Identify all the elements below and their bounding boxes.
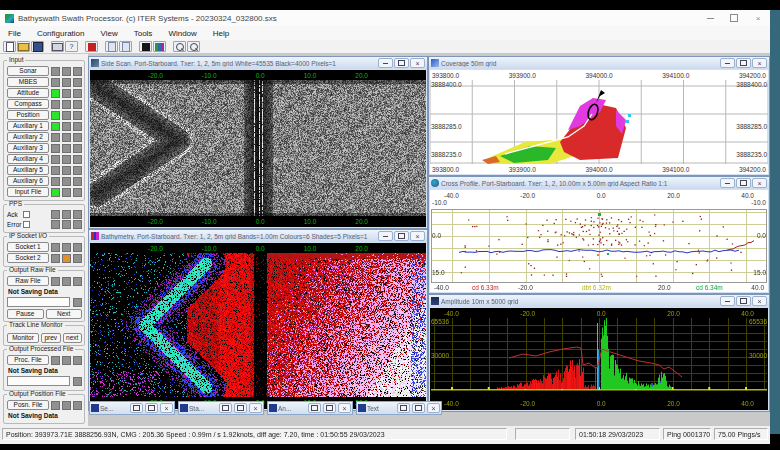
minimized-window-label: Se... bbox=[100, 405, 128, 412]
ack-checkbox[interactable] bbox=[23, 211, 30, 218]
sonar-button[interactable]: Sonar bbox=[7, 66, 49, 76]
minimized-window-analysis[interactable]: An... × bbox=[267, 401, 353, 415]
maximize-button[interactable] bbox=[412, 403, 425, 413]
minimize-button[interactable] bbox=[720, 178, 735, 188]
new-icon[interactable] bbox=[3, 41, 16, 52]
maximize-button[interactable] bbox=[323, 403, 336, 413]
maximize-button[interactable] bbox=[722, 10, 746, 26]
monitor-button[interactable]: Monitor bbox=[7, 333, 39, 343]
cross-profile-titlebar[interactable]: Cross Profile. Port-Starboard. Txer: 1, … bbox=[429, 177, 769, 189]
auxiliary-1-button[interactable]: Auxiliary 1 bbox=[7, 121, 49, 131]
restore-button[interactable] bbox=[308, 403, 321, 413]
led bbox=[73, 122, 82, 131]
maximize-button[interactable] bbox=[736, 58, 751, 68]
open-icon[interactable] bbox=[17, 41, 30, 52]
zoom-in-icon[interactable] bbox=[173, 41, 186, 52]
restore-button[interactable] bbox=[130, 403, 143, 413]
save-icon[interactable] bbox=[31, 41, 44, 52]
close-icon[interactable]: × bbox=[249, 403, 262, 413]
dark-view-icon[interactable] bbox=[139, 41, 152, 52]
help-icon[interactable]: ? bbox=[65, 41, 78, 52]
socket-2-button[interactable]: Socket 2 bbox=[7, 253, 49, 263]
posn-file-button[interactable]: Posn. File bbox=[7, 400, 49, 410]
raw-file-button[interactable]: Raw File bbox=[7, 276, 49, 286]
chart-view-icon[interactable] bbox=[153, 41, 166, 52]
close-icon[interactable]: × bbox=[752, 296, 767, 306]
proc-file-button[interactable]: Proc. File bbox=[7, 355, 49, 365]
minimized-window-text[interactable]: Text × bbox=[356, 401, 442, 415]
maximize-button[interactable] bbox=[394, 231, 409, 241]
amplitude-top-axis: -40.0-20.00.020.040.0 bbox=[430, 308, 768, 318]
menu-window[interactable]: Window bbox=[160, 29, 204, 38]
zoom-out-icon[interactable] bbox=[187, 41, 200, 52]
attitude-button[interactable]: Attitude bbox=[7, 88, 49, 98]
amplitude-plot[interactable]: 65536 65536 30000 30000 bbox=[430, 318, 768, 398]
bathymetry-top-axis: -20.0-10.00.010.020.0 bbox=[90, 243, 426, 253]
channel-a-icon[interactable] bbox=[105, 41, 118, 52]
socket-1-button[interactable]: Socket 1 bbox=[7, 242, 49, 252]
channel-b-icon[interactable] bbox=[119, 41, 132, 52]
amplitude-titlebar[interactable]: Amplitude 10m x 5000 grid × bbox=[429, 295, 769, 307]
next-button[interactable]: Next bbox=[46, 309, 83, 319]
led bbox=[51, 356, 60, 365]
auxiliary-3-button[interactable]: Auxiliary 3 bbox=[7, 143, 49, 153]
minimize-button[interactable] bbox=[378, 58, 393, 68]
restore-button[interactable] bbox=[219, 403, 232, 413]
minimize-button[interactable] bbox=[698, 10, 722, 26]
close-icon[interactable]: × bbox=[410, 58, 425, 68]
close-icon[interactable]: × bbox=[160, 403, 173, 413]
close-button[interactable]: × bbox=[746, 10, 770, 26]
menu-help[interactable]: Help bbox=[205, 29, 237, 38]
minimize-button[interactable] bbox=[378, 231, 393, 241]
menu-tools[interactable]: Tools bbox=[126, 29, 161, 38]
maximize-button[interactable] bbox=[234, 403, 247, 413]
close-icon[interactable]: × bbox=[752, 178, 767, 188]
minimize-button[interactable] bbox=[720, 58, 735, 68]
window-icon bbox=[91, 404, 99, 412]
window-icon bbox=[269, 404, 277, 412]
led bbox=[62, 78, 71, 87]
auxiliary-5-button[interactable]: Auxiliary 5 bbox=[7, 165, 49, 175]
next-track-button[interactable]: next bbox=[63, 333, 83, 343]
coverage-plot[interactable]: 3888400.0 3888400.0 3888285.0 3888285.0 … bbox=[430, 80, 768, 164]
compass-button[interactable]: Compass bbox=[7, 99, 49, 109]
minimized-window-sensors[interactable]: Se... × bbox=[89, 401, 175, 415]
maximize-button[interactable] bbox=[736, 296, 751, 306]
app-titlebar[interactable]: Bathyswath Swath Processor. (c) ITER Sys… bbox=[0, 10, 770, 27]
auxiliary-2-button[interactable]: Auxiliary 2 bbox=[7, 132, 49, 142]
mbes-button[interactable]: MBES bbox=[7, 77, 49, 87]
input-file-button[interactable]: Input File bbox=[7, 187, 49, 197]
close-icon[interactable]: × bbox=[752, 58, 767, 68]
y-tick: 3888285.0 bbox=[736, 124, 767, 131]
mbes-led bbox=[51, 78, 60, 87]
bathymetry-image[interactable] bbox=[90, 253, 426, 397]
close-icon[interactable]: × bbox=[427, 403, 440, 413]
minimize-button[interactable] bbox=[720, 296, 735, 306]
restore-button[interactable] bbox=[397, 403, 410, 413]
pps-group: PPS Ack Error bbox=[3, 204, 85, 233]
prev-button[interactable]: prev bbox=[41, 333, 61, 343]
close-icon[interactable]: × bbox=[338, 403, 351, 413]
side-scan-image[interactable] bbox=[90, 80, 426, 216]
maximize-button[interactable] bbox=[145, 403, 158, 413]
pause-button[interactable]: Pause bbox=[7, 309, 44, 319]
led bbox=[62, 188, 71, 197]
menu-configuration[interactable]: Configuration bbox=[29, 29, 93, 38]
bathymetry-titlebar[interactable]: Bathymetry. Port-Starboard. Txer: 1, 2, … bbox=[89, 230, 427, 242]
error-checkbox[interactable] bbox=[23, 221, 30, 228]
menu-file[interactable]: File bbox=[0, 29, 29, 38]
cross-profile-plot[interactable]: -10.0 -10.0 0.0 0.0 15.0 15.0 bbox=[430, 200, 768, 283]
print-icon[interactable] bbox=[51, 41, 64, 52]
coverage-titlebar[interactable]: Coverage 50m grid × bbox=[429, 57, 769, 69]
y-max-label: 65536 bbox=[431, 319, 449, 326]
close-icon[interactable]: × bbox=[410, 231, 425, 241]
record-icon[interactable] bbox=[85, 41, 98, 52]
position-button[interactable]: Position bbox=[7, 110, 49, 120]
side-scan-titlebar[interactable]: Side Scan. Port-Starboard. Txer: 1, 2, 5… bbox=[89, 57, 427, 69]
auxiliary-6-button[interactable]: Auxiliary 6 bbox=[7, 176, 49, 186]
minimized-window-status[interactable]: Sta... × bbox=[178, 401, 264, 415]
maximize-button[interactable] bbox=[394, 58, 409, 68]
auxiliary-4-button[interactable]: Auxiliary 4 bbox=[7, 154, 49, 164]
maximize-button[interactable] bbox=[736, 178, 751, 188]
menu-view[interactable]: View bbox=[92, 29, 125, 38]
